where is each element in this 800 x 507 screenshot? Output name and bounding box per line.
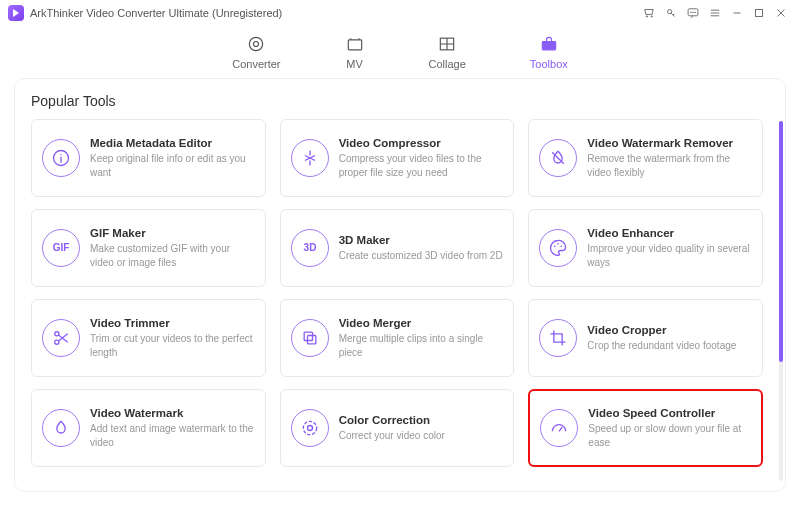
app-logo-icon — [8, 5, 24, 21]
svg-rect-8 — [348, 40, 361, 50]
tool-title: Video Speed Controller — [588, 407, 751, 419]
scrollbar-thumb[interactable] — [779, 121, 783, 362]
key-icon[interactable] — [660, 2, 682, 24]
tab-converter[interactable]: Converter — [232, 34, 280, 70]
tool-desc: Make customized GIF with your video or i… — [90, 242, 255, 269]
tool-video-enhancer[interactable]: Video EnhancerImprove your video quality… — [528, 209, 763, 287]
section-title: Popular Tools — [31, 93, 773, 109]
info-icon — [42, 139, 80, 177]
cart-icon[interactable] — [638, 2, 660, 24]
tool-video-merger[interactable]: Video MergerMerge multiple clips into a … — [280, 299, 515, 377]
tool-desc: Trim or cut your videos to the perfect l… — [90, 332, 255, 359]
svg-point-3 — [693, 12, 694, 13]
tab-label: Toolbox — [530, 58, 568, 70]
tool-title: Color Correction — [339, 414, 504, 426]
svg-rect-5 — [756, 10, 763, 17]
tool-3d-maker[interactable]: 3D 3D MakerCreate customized 3D video fr… — [280, 209, 515, 287]
tab-label: MV — [346, 58, 363, 70]
svg-point-2 — [691, 12, 692, 13]
tool-title: Media Metadata Editor — [90, 137, 255, 149]
maximize-button[interactable] — [748, 2, 770, 24]
main-tabs: Converter MV Collage Toolbox — [0, 26, 800, 78]
tool-gif-maker[interactable]: GIF GIF MakerMake customized GIF with yo… — [31, 209, 266, 287]
tab-label: Converter — [232, 58, 280, 70]
svg-point-18 — [55, 340, 59, 344]
tool-desc: Keep original file info or edit as you w… — [90, 152, 255, 179]
tab-label: Collage — [429, 58, 466, 70]
gif-icon: GIF — [42, 229, 80, 267]
svg-text:GIF: GIF — [53, 242, 70, 253]
converter-icon — [246, 34, 266, 54]
tool-video-speed-controller[interactable]: Video Speed ControllerSpeed up or slow d… — [528, 389, 763, 467]
svg-point-15 — [557, 243, 559, 245]
droplet-icon — [42, 409, 80, 447]
minimize-button[interactable] — [726, 2, 748, 24]
scrollbar[interactable] — [779, 121, 783, 481]
svg-point-22 — [307, 426, 312, 431]
tool-title: Video Compressor — [339, 137, 504, 149]
svg-point-7 — [254, 42, 259, 47]
tool-desc: Merge multiple clips into a single piece — [339, 332, 504, 359]
compress-icon — [291, 139, 329, 177]
crop-icon — [539, 319, 577, 357]
toolbox-panel: Popular Tools Media Metadata EditorKeep … — [14, 78, 786, 492]
palette-icon — [539, 229, 577, 267]
svg-rect-19 — [304, 332, 312, 340]
tab-collage[interactable]: Collage — [429, 34, 466, 70]
mv-icon — [345, 34, 365, 54]
toolbox-icon — [539, 34, 559, 54]
scissors-icon — [42, 319, 80, 357]
svg-point-21 — [303, 421, 316, 434]
three-d-icon: 3D — [291, 229, 329, 267]
svg-text:3D: 3D — [303, 242, 316, 253]
menu-icon[interactable] — [704, 2, 726, 24]
svg-rect-20 — [307, 336, 315, 344]
tool-color-correction[interactable]: Color CorrectionCorrect your video color — [280, 389, 515, 467]
tool-video-watermark-remover[interactable]: Video Watermark RemoverRemove the waterm… — [528, 119, 763, 197]
tool-desc: Create customized 3D video from 2D — [339, 249, 504, 263]
tool-desc: Crop the redundant video footage — [587, 339, 752, 353]
svg-point-6 — [250, 37, 263, 50]
tool-title: GIF Maker — [90, 227, 255, 239]
tool-video-trimmer[interactable]: Video TrimmerTrim or cut your videos to … — [31, 299, 266, 377]
app-title: ArkThinker Video Converter Ultimate (Unr… — [30, 7, 282, 19]
speedometer-icon — [540, 409, 578, 447]
tool-desc: Add text and image watermark to the vide… — [90, 422, 255, 449]
tool-desc: Remove the watermark from the video flex… — [587, 152, 752, 179]
droplet-slash-icon — [539, 139, 577, 177]
tool-desc: Improve your video quality in several wa… — [587, 242, 752, 269]
svg-rect-10 — [542, 42, 555, 50]
tab-mv[interactable]: MV — [345, 34, 365, 70]
tool-title: Video Enhancer — [587, 227, 752, 239]
tool-video-cropper[interactable]: Video CropperCrop the redundant video fo… — [528, 299, 763, 377]
svg-point-4 — [695, 12, 696, 13]
close-button[interactable] — [770, 2, 792, 24]
tool-desc: Speed up or slow down your file at ease — [588, 422, 751, 449]
merge-icon — [291, 319, 329, 357]
titlebar: ArkThinker Video Converter Ultimate (Unr… — [0, 0, 800, 26]
svg-point-16 — [561, 246, 563, 248]
tool-title: Video Merger — [339, 317, 504, 329]
tool-media-metadata-editor[interactable]: Media Metadata EditorKeep original file … — [31, 119, 266, 197]
tool-title: Video Cropper — [587, 324, 752, 336]
svg-point-17 — [55, 332, 59, 336]
collage-icon — [437, 34, 457, 54]
tool-title: Video Watermark Remover — [587, 137, 752, 149]
tool-title: 3D Maker — [339, 234, 504, 246]
tool-title: Video Trimmer — [90, 317, 255, 329]
tab-toolbox[interactable]: Toolbox — [530, 34, 568, 70]
tool-video-watermark[interactable]: Video WatermarkAdd text and image waterm… — [31, 389, 266, 467]
feedback-icon[interactable] — [682, 2, 704, 24]
tool-desc: Correct your video color — [339, 429, 504, 443]
tool-title: Video Watermark — [90, 407, 255, 419]
tool-desc: Compress your video files to the proper … — [339, 152, 504, 179]
tools-grid: Media Metadata EditorKeep original file … — [31, 119, 763, 467]
color-wheel-icon — [291, 409, 329, 447]
tool-video-compressor[interactable]: Video CompressorCompress your video file… — [280, 119, 515, 197]
svg-point-14 — [554, 246, 556, 248]
